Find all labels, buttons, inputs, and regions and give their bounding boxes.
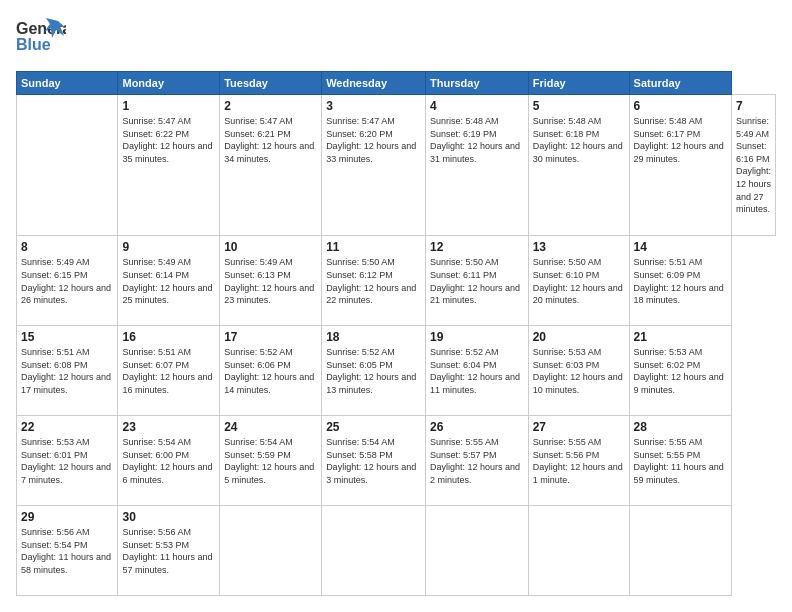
calendar-header-friday: Friday: [528, 72, 629, 95]
day-info: Sunrise: 5:51 AM Sunset: 6:08 PM Dayligh…: [21, 346, 113, 396]
day-info: Sunrise: 5:50 AM Sunset: 6:11 PM Dayligh…: [430, 256, 524, 306]
calendar-day-7: 7 Sunrise: 5:49 AM Sunset: 6:16 PM Dayli…: [731, 95, 775, 236]
day-number: 14: [634, 240, 727, 254]
day-info: Sunrise: 5:56 AM Sunset: 5:53 PM Dayligh…: [122, 526, 215, 576]
calendar-day-30: 30 Sunrise: 5:56 AM Sunset: 5:53 PM Dayl…: [118, 506, 220, 596]
calendar-day-4: 4 Sunrise: 5:48 AM Sunset: 6:19 PM Dayli…: [426, 95, 529, 236]
calendar-header-sunday: Sunday: [17, 72, 118, 95]
empty-cell: [528, 506, 629, 596]
calendar-header-row: SundayMondayTuesdayWednesdayThursdayFrid…: [17, 72, 776, 95]
calendar-day-19: 19 Sunrise: 5:52 AM Sunset: 6:04 PM Dayl…: [426, 326, 529, 416]
calendar-header-monday: Monday: [118, 72, 220, 95]
day-info: Sunrise: 5:53 AM Sunset: 6:01 PM Dayligh…: [21, 436, 113, 486]
calendar-header-saturday: Saturday: [629, 72, 731, 95]
day-info: Sunrise: 5:48 AM Sunset: 6:18 PM Dayligh…: [533, 115, 625, 165]
day-number: 24: [224, 420, 317, 434]
calendar-day-3: 3 Sunrise: 5:47 AM Sunset: 6:20 PM Dayli…: [322, 95, 426, 236]
calendar-day-2: 2 Sunrise: 5:47 AM Sunset: 6:21 PM Dayli…: [220, 95, 322, 236]
day-info: Sunrise: 5:50 AM Sunset: 6:12 PM Dayligh…: [326, 256, 421, 306]
calendar-day-12: 12 Sunrise: 5:50 AM Sunset: 6:11 PM Dayl…: [426, 236, 529, 326]
day-number: 20: [533, 330, 625, 344]
calendar-day-28: 28 Sunrise: 5:55 AM Sunset: 5:55 PM Dayl…: [629, 416, 731, 506]
calendar-header-tuesday: Tuesday: [220, 72, 322, 95]
empty-cell: [17, 95, 118, 236]
day-info: Sunrise: 5:54 AM Sunset: 5:59 PM Dayligh…: [224, 436, 317, 486]
day-info: Sunrise: 5:49 AM Sunset: 6:14 PM Dayligh…: [122, 256, 215, 306]
calendar-day-1: 1 Sunrise: 5:47 AM Sunset: 6:22 PM Dayli…: [118, 95, 220, 236]
logo: General Blue: [16, 16, 66, 61]
day-info: Sunrise: 5:55 AM Sunset: 5:57 PM Dayligh…: [430, 436, 524, 486]
calendar-header-thursday: Thursday: [426, 72, 529, 95]
day-info: Sunrise: 5:47 AM Sunset: 6:22 PM Dayligh…: [122, 115, 215, 165]
day-info: Sunrise: 5:52 AM Sunset: 6:05 PM Dayligh…: [326, 346, 421, 396]
day-number: 4: [430, 99, 524, 113]
calendar-day-15: 15 Sunrise: 5:51 AM Sunset: 6:08 PM Dayl…: [17, 326, 118, 416]
calendar-day-25: 25 Sunrise: 5:54 AM Sunset: 5:58 PM Dayl…: [322, 416, 426, 506]
empty-cell: [322, 506, 426, 596]
day-number: 23: [122, 420, 215, 434]
day-number: 8: [21, 240, 113, 254]
day-info: Sunrise: 5:52 AM Sunset: 6:06 PM Dayligh…: [224, 346, 317, 396]
day-number: 18: [326, 330, 421, 344]
calendar-day-18: 18 Sunrise: 5:52 AM Sunset: 6:05 PM Dayl…: [322, 326, 426, 416]
day-info: Sunrise: 5:49 AM Sunset: 6:16 PM Dayligh…: [736, 115, 771, 216]
empty-cell: [220, 506, 322, 596]
calendar-day-16: 16 Sunrise: 5:51 AM Sunset: 6:07 PM Dayl…: [118, 326, 220, 416]
day-info: Sunrise: 5:56 AM Sunset: 5:54 PM Dayligh…: [21, 526, 113, 576]
calendar-table: SundayMondayTuesdayWednesdayThursdayFrid…: [16, 71, 776, 596]
empty-cell: [426, 506, 529, 596]
calendar-day-5: 5 Sunrise: 5:48 AM Sunset: 6:18 PM Dayli…: [528, 95, 629, 236]
day-number: 13: [533, 240, 625, 254]
day-number: 11: [326, 240, 421, 254]
calendar-day-8: 8 Sunrise: 5:49 AM Sunset: 6:15 PM Dayli…: [17, 236, 118, 326]
calendar-week-0: 1 Sunrise: 5:47 AM Sunset: 6:22 PM Dayli…: [17, 95, 776, 236]
day-number: 16: [122, 330, 215, 344]
day-number: 15: [21, 330, 113, 344]
calendar-day-13: 13 Sunrise: 5:50 AM Sunset: 6:10 PM Dayl…: [528, 236, 629, 326]
calendar-day-27: 27 Sunrise: 5:55 AM Sunset: 5:56 PM Dayl…: [528, 416, 629, 506]
day-number: 5: [533, 99, 625, 113]
day-info: Sunrise: 5:55 AM Sunset: 5:55 PM Dayligh…: [634, 436, 727, 486]
day-number: 30: [122, 510, 215, 524]
calendar-day-9: 9 Sunrise: 5:49 AM Sunset: 6:14 PM Dayli…: [118, 236, 220, 326]
calendar-day-24: 24 Sunrise: 5:54 AM Sunset: 5:59 PM Dayl…: [220, 416, 322, 506]
day-info: Sunrise: 5:54 AM Sunset: 5:58 PM Dayligh…: [326, 436, 421, 486]
day-number: 27: [533, 420, 625, 434]
day-info: Sunrise: 5:52 AM Sunset: 6:04 PM Dayligh…: [430, 346, 524, 396]
calendar-header-wednesday: Wednesday: [322, 72, 426, 95]
page-header: General Blue: [16, 16, 776, 61]
calendar-day-29: 29 Sunrise: 5:56 AM Sunset: 5:54 PM Dayl…: [17, 506, 118, 596]
calendar-day-23: 23 Sunrise: 5:54 AM Sunset: 6:00 PM Dayl…: [118, 416, 220, 506]
empty-cell: [629, 506, 731, 596]
day-number: 28: [634, 420, 727, 434]
day-number: 26: [430, 420, 524, 434]
day-info: Sunrise: 5:49 AM Sunset: 6:15 PM Dayligh…: [21, 256, 113, 306]
day-info: Sunrise: 5:51 AM Sunset: 6:07 PM Dayligh…: [122, 346, 215, 396]
calendar-week-3: 22 Sunrise: 5:53 AM Sunset: 6:01 PM Dayl…: [17, 416, 776, 506]
logo-icon: General Blue: [16, 16, 66, 61]
day-number: 17: [224, 330, 317, 344]
day-number: 22: [21, 420, 113, 434]
calendar-day-14: 14 Sunrise: 5:51 AM Sunset: 6:09 PM Dayl…: [629, 236, 731, 326]
day-number: 12: [430, 240, 524, 254]
day-number: 19: [430, 330, 524, 344]
day-info: Sunrise: 5:47 AM Sunset: 6:21 PM Dayligh…: [224, 115, 317, 165]
day-info: Sunrise: 5:47 AM Sunset: 6:20 PM Dayligh…: [326, 115, 421, 165]
calendar-week-2: 15 Sunrise: 5:51 AM Sunset: 6:08 PM Dayl…: [17, 326, 776, 416]
day-number: 21: [634, 330, 727, 344]
day-number: 6: [634, 99, 727, 113]
calendar-week-4: 29 Sunrise: 5:56 AM Sunset: 5:54 PM Dayl…: [17, 506, 776, 596]
day-info: Sunrise: 5:54 AM Sunset: 6:00 PM Dayligh…: [122, 436, 215, 486]
day-number: 10: [224, 240, 317, 254]
day-number: 9: [122, 240, 215, 254]
calendar-day-21: 21 Sunrise: 5:53 AM Sunset: 6:02 PM Dayl…: [629, 326, 731, 416]
day-info: Sunrise: 5:53 AM Sunset: 6:03 PM Dayligh…: [533, 346, 625, 396]
day-number: 29: [21, 510, 113, 524]
calendar-day-11: 11 Sunrise: 5:50 AM Sunset: 6:12 PM Dayl…: [322, 236, 426, 326]
day-number: 3: [326, 99, 421, 113]
svg-text:Blue: Blue: [16, 36, 51, 53]
calendar-day-22: 22 Sunrise: 5:53 AM Sunset: 6:01 PM Dayl…: [17, 416, 118, 506]
day-info: Sunrise: 5:49 AM Sunset: 6:13 PM Dayligh…: [224, 256, 317, 306]
day-info: Sunrise: 5:51 AM Sunset: 6:09 PM Dayligh…: [634, 256, 727, 306]
calendar-day-26: 26 Sunrise: 5:55 AM Sunset: 5:57 PM Dayl…: [426, 416, 529, 506]
